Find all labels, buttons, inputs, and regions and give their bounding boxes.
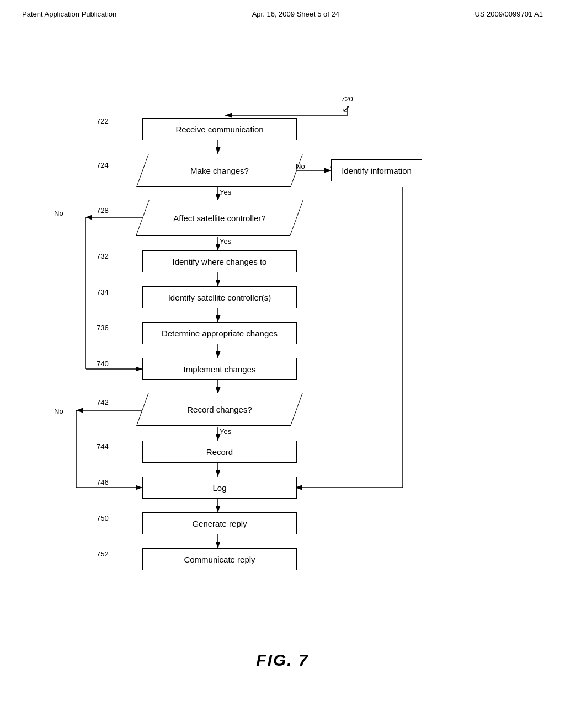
arrow-720: ↙ [342,103,350,115]
header-left: Patent Application Publication [22,10,116,18]
box-732: Identify where changes to [142,250,297,272]
box-740: Implement changes [142,358,297,380]
box-722: Receive communication [142,118,297,140]
label-750: 750 [97,514,109,522]
yes-label-724: Yes [220,188,231,196]
label-728: 728 [97,206,109,215]
diamond-728: Affect satellite controller? [142,200,297,236]
label-744: 744 [97,442,109,451]
no-label-728: No [54,209,63,217]
yes-label-728: Yes [220,237,231,245]
label-740: 740 [97,360,109,368]
label-732: 732 [97,252,109,260]
label-734: 734 [97,288,109,296]
box-726: Identify information [331,159,422,181]
box-734: Identify satellite controller(s) [142,286,297,308]
diamond-742: Record changes? [142,393,297,426]
header-right: US 2009/0099701 A1 [475,10,543,18]
yes-label-742: Yes [220,427,231,436]
box-746: Log [142,477,297,499]
box-744: Record [142,441,297,463]
label-742: 742 [97,398,109,406]
box-752: Communicate reply [142,548,297,570]
figure-caption: FIG. 7 [256,651,308,670]
label-736: 736 [97,324,109,332]
box-736: Determine appropriate changes [142,322,297,344]
label-724: 724 [97,161,109,169]
diamond-724: Make changes? [142,154,297,187]
label-752: 752 [97,550,109,558]
box-750: Generate reply [142,512,297,534]
label-720: 720 [341,95,353,103]
diagram-area: 720 ↙ 722 Receive communication 724 Make… [0,24,565,686]
no-label-724: No [296,162,305,170]
header-center: Apr. 16, 2009 Sheet 5 of 24 [252,10,339,18]
label-746: 746 [97,478,109,486]
no-label-742: No [54,407,63,415]
label-722: 722 [97,117,109,125]
page-header: Patent Application Publication Apr. 16, … [0,0,565,24]
